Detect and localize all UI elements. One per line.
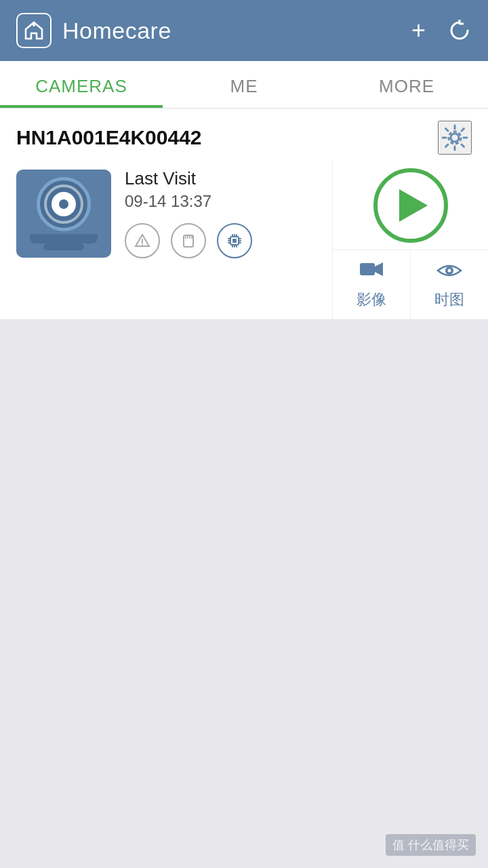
refresh-button[interactable] bbox=[447, 18, 472, 43]
play-area bbox=[333, 161, 488, 250]
tab-bar: CAMERAS ME MORE bbox=[0, 61, 488, 108]
camera-id: HN1A001E4K00442 bbox=[16, 126, 427, 149]
svg-point-27 bbox=[448, 269, 451, 272]
app-header: Homecare + bbox=[0, 0, 488, 61]
last-visit-label: Last Visit bbox=[125, 168, 316, 189]
camera-action-row: 影像 时图 bbox=[333, 250, 488, 319]
last-visit-time: 09-14 13:37 bbox=[125, 192, 316, 211]
camera-actions-panel: 影像 时图 bbox=[332, 161, 488, 319]
play-icon bbox=[399, 189, 428, 222]
svg-rect-24 bbox=[360, 263, 375, 275]
svg-marker-25 bbox=[375, 262, 383, 276]
camera-card: HN1A001E4K00442 bbox=[0, 108, 488, 320]
camera-card-header: HN1A001E4K00442 bbox=[0, 108, 488, 161]
tab-cameras[interactable]: CAMERAS bbox=[0, 61, 163, 108]
app-title: Homecare bbox=[62, 18, 171, 44]
watermark: 值 什么值得买 bbox=[386, 834, 476, 856]
chip-icon[interactable] bbox=[217, 223, 252, 258]
eye-icon bbox=[436, 260, 462, 285]
svg-point-4 bbox=[142, 244, 143, 245]
tab-more[interactable]: MORE bbox=[325, 61, 488, 108]
camera-status-icons bbox=[125, 223, 316, 258]
svg-rect-23 bbox=[232, 239, 237, 243]
sdcard-icon[interactable] bbox=[171, 223, 206, 258]
play-button[interactable] bbox=[373, 168, 448, 243]
webcam-lens bbox=[37, 177, 91, 231]
webcam-icon bbox=[30, 177, 98, 250]
svg-point-1 bbox=[451, 134, 459, 142]
video-action-label: 影像 bbox=[357, 290, 386, 310]
timeview-action-button[interactable]: 时图 bbox=[411, 250, 488, 319]
camera-settings-button[interactable] bbox=[438, 121, 472, 155]
camera-info: Last Visit 09-14 13:37 bbox=[0, 161, 332, 319]
video-camera-icon bbox=[359, 260, 384, 285]
time-action-label: 时图 bbox=[434, 290, 464, 310]
camera-meta: Last Visit 09-14 13:37 bbox=[125, 168, 316, 258]
app-logo: Homecare bbox=[16, 13, 411, 48]
camera-card-body: Last Visit 09-14 13:37 bbox=[0, 161, 488, 319]
camera-thumbnail bbox=[16, 170, 111, 258]
camera-thumb-row: Last Visit 09-14 13:37 bbox=[16, 168, 316, 258]
header-actions: + bbox=[411, 16, 472, 45]
home-icon bbox=[16, 13, 52, 48]
video-action-button[interactable]: 影像 bbox=[333, 250, 411, 319]
add-camera-button[interactable]: + bbox=[411, 16, 426, 45]
svg-point-0 bbox=[33, 24, 35, 26]
tab-me[interactable]: ME bbox=[163, 61, 325, 108]
warning-icon[interactable] bbox=[125, 223, 160, 258]
